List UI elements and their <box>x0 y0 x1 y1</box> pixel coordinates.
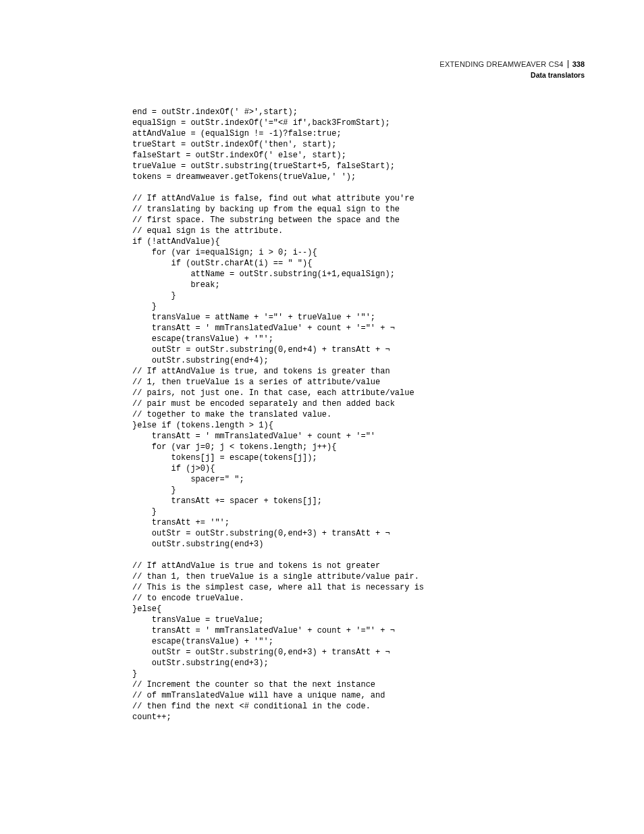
document-title: EXTENDING DREAMWEAVER CS4 <box>439 59 563 70</box>
page-header: EXTENDING DREAMWEAVER CS4 338 Data trans… <box>439 59 585 80</box>
page-container: EXTENDING DREAMWEAVER CS4 338 Data trans… <box>0 0 644 834</box>
section-title: Data translators <box>439 70 585 80</box>
header-separator <box>568 60 568 68</box>
page-number: 338 <box>572 59 585 70</box>
code-listing: end = outStr.indexOf(' #>',start); equal… <box>132 107 585 723</box>
header-line-1: EXTENDING DREAMWEAVER CS4 338 <box>439 59 585 70</box>
